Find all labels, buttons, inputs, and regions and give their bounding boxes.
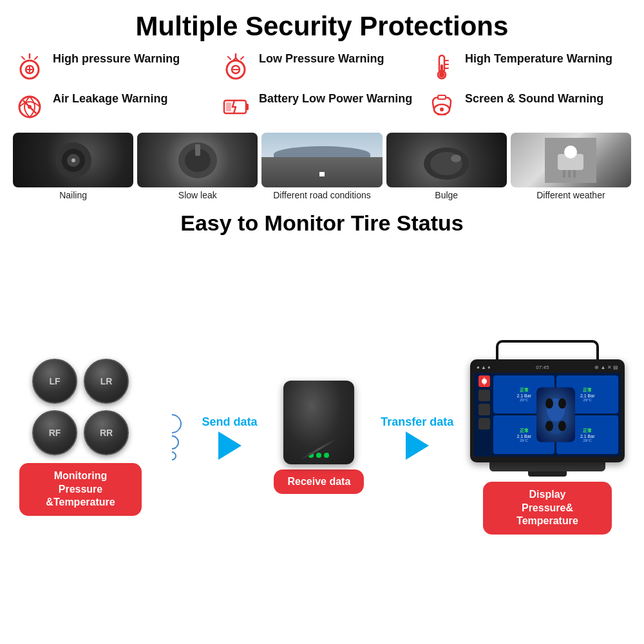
bulge-label: Bulge xyxy=(435,190,458,201)
screen-status-right: ⊕ ▲ ✕ ▤ xyxy=(594,365,618,370)
screen-status-left: ● ▲ ♦ xyxy=(477,365,490,370)
screen-sound-label: Screen & Sound Warning xyxy=(465,90,603,106)
screen-main: 正常 2.1 Bar 29°C 正常 2.1 Bar 29°C xyxy=(493,375,618,454)
slow-leak-label: Slow leak xyxy=(178,190,217,201)
sensor-lf: LF xyxy=(32,359,77,404)
svg-point-40 xyxy=(558,421,566,431)
tire-temp-tl: 29°C xyxy=(520,398,528,402)
sidebar-icon-3 xyxy=(478,404,490,415)
warning-high-pressure: High pressure Warning xyxy=(13,50,219,84)
screen-stand xyxy=(489,462,605,471)
air-leakage-label: Air Leakage Warning xyxy=(53,90,167,106)
bulge-cell: Bulge xyxy=(386,133,507,207)
wave2 xyxy=(162,433,182,453)
tire-status-bl: 正常 xyxy=(520,428,529,434)
svg-rect-35 xyxy=(573,170,576,178)
svg-rect-15 xyxy=(226,102,231,111)
nailing-cell: Nailing xyxy=(13,133,133,207)
high-pressure-label: High pressure Warning xyxy=(53,50,180,66)
svg-rect-33 xyxy=(568,170,571,178)
tire-pressure-low-icon xyxy=(219,50,252,84)
transfer-data-label: Transfer data xyxy=(381,415,453,429)
transfer-data-arrow xyxy=(406,431,429,460)
svg-point-42 xyxy=(558,398,566,408)
warning-air-leakage: Air Leakage Warning xyxy=(13,90,219,124)
main-title: Multiple Security Protections xyxy=(13,12,631,41)
screen-top-bar: ● ▲ ♦ 07:45 ⊕ ▲ ✕ ▤ xyxy=(474,363,621,372)
sensor-rr: RR xyxy=(84,410,129,455)
screen-inner: 正常 2.1 Bar 29°C 正常 2.1 Bar 29°C xyxy=(474,373,621,457)
tire-status-br: 正常 xyxy=(583,428,592,434)
tire-bar-bl: 2.1 Bar xyxy=(516,434,531,439)
cable-arc xyxy=(496,340,599,359)
screen-sidebar xyxy=(477,375,492,454)
tire-temp-br: 29°C xyxy=(583,439,592,442)
tire-bar-tr: 2.1 Bar xyxy=(580,393,595,398)
nailing-image xyxy=(13,133,133,187)
svg-point-7 xyxy=(439,72,444,77)
tire-bar-br: 2.1 Bar xyxy=(580,434,595,439)
receiver-dot-2 xyxy=(316,453,321,458)
bulge-image xyxy=(386,133,507,187)
battery-low-icon xyxy=(219,90,252,124)
tire-temp-bl: 29°C xyxy=(520,439,528,442)
transfer-data-group: Transfer data xyxy=(381,415,453,460)
air-leakage-icon xyxy=(13,90,46,124)
screen-wrapper: ● ▲ ♦ 07:45 ⊕ ▲ ✕ ▤ xyxy=(470,340,625,477)
send-data-arrow xyxy=(218,431,242,460)
wave1 xyxy=(166,450,178,462)
wifi-waves xyxy=(162,414,182,460)
svg-point-23 xyxy=(71,158,75,162)
warning-screen-sound: Screen & Sound Warning xyxy=(425,90,631,124)
screen-time: 07:45 xyxy=(536,365,549,370)
screen-device: ● ▲ ♦ 07:45 ⊕ ▲ ✕ ▤ xyxy=(470,359,625,462)
svg-rect-14 xyxy=(246,104,249,110)
svg-rect-18 xyxy=(438,95,446,99)
svg-rect-26 xyxy=(195,144,200,156)
sensor-label-box: MonitoringPressure &Temperature xyxy=(19,463,142,516)
svg-point-41 xyxy=(545,398,553,408)
warnings-grid: High pressure Warning Low Pressure Warni… xyxy=(13,50,631,124)
screen-stand-base xyxy=(528,471,567,477)
receiver-group: Receive data xyxy=(274,381,364,494)
screen-car-center xyxy=(536,387,575,442)
svg-point-29 xyxy=(451,155,461,162)
sensors-grid: LF LR RF RR xyxy=(32,359,129,455)
receive-label-box: Receive data xyxy=(274,469,364,494)
sensors-group: LF LR RF RR MonitoringPressure &Temperat… xyxy=(19,359,142,516)
send-data-group: Send data xyxy=(202,415,258,460)
slow-leak-image xyxy=(137,133,258,187)
weather-image xyxy=(511,133,631,187)
sidebar-icon-1 xyxy=(478,375,490,387)
sidebar-icon-4 xyxy=(478,418,490,430)
warning-battery: Battery Low Power Warning xyxy=(219,90,425,124)
display-group: ● ▲ ♦ 07:45 ⊕ ▲ ✕ ▤ xyxy=(470,340,625,535)
sensor-rf: RF xyxy=(32,410,77,455)
warning-high-temp: High Temperature Warning xyxy=(425,50,631,84)
send-data-label: Send data xyxy=(202,415,258,429)
receiver-device xyxy=(283,381,354,464)
svg-point-32 xyxy=(564,146,577,158)
tire-pressure-high-icon xyxy=(13,50,46,84)
svg-rect-34 xyxy=(563,170,565,178)
monitor-section: LF LR RF RR MonitoringPressure &Temperat… xyxy=(13,242,631,632)
alarm-icon xyxy=(425,90,459,124)
weather-cell: Different weather xyxy=(511,133,631,207)
weather-label: Different weather xyxy=(536,190,605,201)
svg-point-39 xyxy=(545,421,553,431)
tire-bar-tl: 2.1 Bar xyxy=(516,393,531,398)
wave3 xyxy=(158,410,185,437)
low-pressure-label: Low Pressure Warning xyxy=(259,50,384,66)
tire-status-tr: 正常 xyxy=(583,387,592,393)
page: Multiple Security Protections High press… xyxy=(0,0,644,644)
receiver-dot-3 xyxy=(324,453,329,458)
high-temp-label: High Temperature Warning xyxy=(465,50,612,66)
sensor-lr: LR xyxy=(84,359,129,404)
display-label-box: DisplayPressure& Temperature xyxy=(483,482,612,535)
slow-leak-cell: Slow leak xyxy=(137,133,258,207)
svg-point-17 xyxy=(440,108,444,111)
battery-label: Battery Low Power Warning xyxy=(259,90,412,106)
svg-point-12 xyxy=(28,105,32,109)
road-conditions-cell: Different road conditions xyxy=(261,133,382,207)
tire-scenarios-row: Nailing Slow leak Different road conditi… xyxy=(13,133,631,207)
